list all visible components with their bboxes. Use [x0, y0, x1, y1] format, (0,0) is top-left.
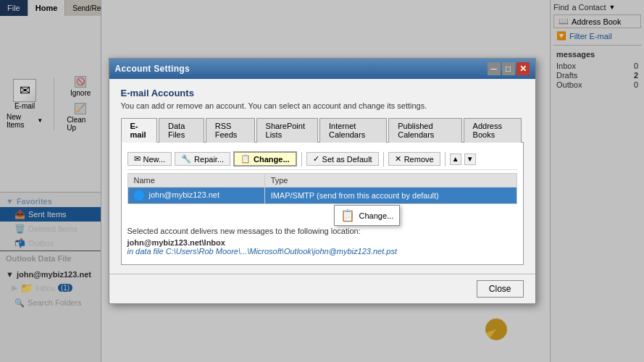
- set-default-btn[interactable]: ✓ Set as Default: [306, 152, 379, 166]
- tab-email[interactable]: E-mail: [121, 118, 158, 143]
- tab-publishedcalendars[interactable]: Published Calendars: [388, 118, 461, 143]
- table-spacer: [127, 204, 517, 221]
- change-label: Change...: [254, 155, 290, 164]
- remove-account-btn[interactable]: ✕ Remove: [388, 152, 440, 166]
- set-default-label: Set as Default: [322, 155, 372, 164]
- dialog-window-controls: ─ □ ✕: [488, 62, 530, 75]
- new-account-btn[interactable]: ✉ New...: [127, 152, 172, 166]
- remove-label: Remove: [404, 155, 434, 164]
- tab-addressbooks[interactable]: Address Books: [464, 118, 522, 143]
- new-account-icon: ✉: [134, 154, 141, 164]
- col-type: Type: [264, 174, 517, 188]
- tab-content-email: ✉ New... 🔧 Repair... 📋 Change...: [121, 143, 524, 265]
- tab-rssfeeds[interactable]: RSS Feeds: [206, 118, 255, 143]
- dialog-body: E-mail Accounts You can add or remove an…: [109, 79, 535, 274]
- toolbar-separator-2: [383, 152, 384, 167]
- change-account-btn[interactable]: 📋 Change...: [233, 151, 297, 167]
- dialog-close-main-button[interactable]: Close: [477, 280, 524, 298]
- account-name: john@mybiz123.net: [149, 190, 219, 199]
- table-header-row: Name Type: [127, 174, 517, 188]
- account-table: Name Type john@mybiz123.net IMAP/SMTP (s…: [127, 173, 517, 204]
- account-type-cell: IMAP/SMTP (send from this account by def…: [264, 188, 517, 204]
- tab-internetcalendars[interactable]: Internet Calendars: [319, 118, 387, 143]
- change-popup-icon: 📋: [340, 209, 355, 222]
- table-row[interactable]: john@mybiz123.net IMAP/SMTP (send from t…: [127, 188, 517, 204]
- toolbar-separator-3: [445, 152, 446, 167]
- remove-icon: ✕: [395, 154, 401, 164]
- tab-sharepointlists[interactable]: SharePoint Lists: [256, 118, 318, 143]
- footer-path: in data file C:\Users\Rob Moore\...\Micr…: [127, 247, 517, 256]
- dialog-bottom-bar: Close: [109, 274, 535, 303]
- dialog-backdrop: Account Settings ─ □ ✕ E-mail Accounts Y…: [0, 0, 644, 362]
- repair-label: Repair...: [194, 155, 224, 164]
- footer-location: john@mybiz123.net\Inbox: [127, 238, 517, 247]
- repair-icon: 🔧: [181, 154, 191, 164]
- dialog-section-title: E-mail Accounts: [121, 88, 524, 98]
- dialog-titlebar: Account Settings ─ □ ✕: [109, 59, 535, 79]
- account-settings-dialog: Account Settings ─ □ ✕ E-mail Accounts Y…: [109, 58, 536, 304]
- move-up-btn[interactable]: ▲: [450, 153, 461, 165]
- repair-account-btn[interactable]: 🔧 Repair...: [175, 152, 230, 166]
- col-name: Name: [127, 174, 264, 188]
- footer-description: Selected account delivers new messages t…: [127, 221, 517, 258]
- change-popup: 📋 Change...: [334, 205, 401, 226]
- tab-datafiles[interactable]: Data Files: [159, 118, 204, 143]
- dialog-maximize-btn[interactable]: □: [502, 62, 515, 75]
- move-down-btn[interactable]: ▼: [464, 153, 476, 165]
- account-name-cell: john@mybiz123.net: [127, 188, 264, 204]
- change-icon: 📋: [241, 154, 251, 164]
- dialog-x-btn[interactable]: ✕: [517, 62, 530, 75]
- toolbar-separator-1: [301, 152, 302, 167]
- dialog-minimize-btn[interactable]: ─: [488, 62, 501, 75]
- footer-location-value: john@mybiz123.net\Inbox: [127, 238, 225, 247]
- dialog-tab-bar: E-mail Data Files RSS Feeds SharePoint L…: [121, 117, 524, 143]
- footer-desc-text: Selected account delivers new messages t…: [127, 227, 517, 235]
- change-popup-label: Change...: [359, 211, 394, 220]
- account-status-icon: [134, 190, 144, 201]
- new-account-label: New...: [143, 155, 166, 164]
- dialog-title: Account Settings: [115, 64, 190, 74]
- dialog-section-desc: You can add or remove an account. You ca…: [121, 101, 524, 110]
- checkmark-icon: ✓: [313, 154, 319, 164]
- account-toolbar: ✉ New... 🔧 Repair... 📋 Change...: [127, 148, 517, 170]
